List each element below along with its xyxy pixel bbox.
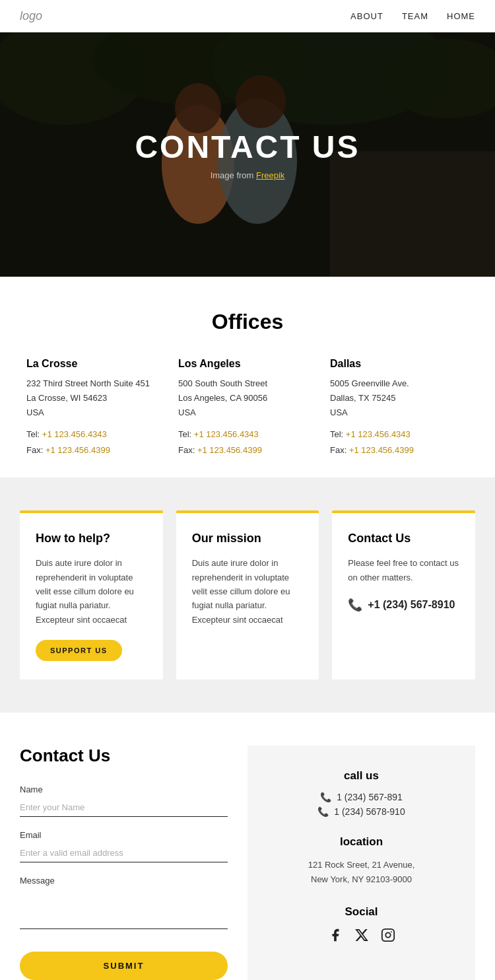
contact-form-title: Contact Us bbox=[20, 746, 228, 766]
nav-links: ABOUT TEAM HOME bbox=[350, 11, 475, 21]
hero-subtitle: Image from Freepik bbox=[135, 170, 360, 180]
instagram-icon[interactable] bbox=[381, 928, 395, 946]
phone-1: 1 (234) 567-891 bbox=[337, 792, 403, 802]
facebook-icon[interactable] bbox=[328, 928, 343, 946]
phone-icon-1: 📞 bbox=[320, 792, 331, 802]
phone-row-2: 📞 1 (234) 5678-910 bbox=[266, 806, 457, 817]
office-contact: Tel: +1 123.456.4343 Fax: +1 123.456.439… bbox=[178, 427, 317, 458]
office-losangeles: Los Angeles 500 South South StreetLos An… bbox=[178, 358, 317, 458]
card-our-mission: Our mission Duis aute irure dolor in rep… bbox=[176, 510, 319, 680]
phone-2: 1 (234) 5678-910 bbox=[334, 806, 405, 817]
card-title: How to help? bbox=[36, 532, 147, 545]
office-fax[interactable]: +1 123.456.4399 bbox=[197, 445, 262, 455]
twitter-x-icon[interactable] bbox=[354, 928, 369, 946]
call-us-title: call us bbox=[266, 769, 457, 783]
message-label: Message bbox=[20, 876, 228, 886]
office-tel[interactable]: +1 123.456.4343 bbox=[346, 429, 411, 439]
card-text: Duis aute irure dolor in reprehenderit i… bbox=[192, 556, 304, 627]
office-dallas: Dallas 5005 Greenville Ave.Dallas, TX 75… bbox=[330, 358, 469, 458]
cards-section: How to help? Duis aute irure dolor in re… bbox=[0, 477, 495, 713]
card-contact-us: Contact Us Please feel free to contact u… bbox=[332, 510, 475, 680]
logo: logo bbox=[20, 9, 42, 23]
phone-row-1: 📞 1 (234) 567-891 bbox=[266, 792, 457, 802]
svg-point-12 bbox=[385, 933, 390, 938]
social-block: Social bbox=[266, 905, 457, 946]
offices-grid: La Crosse 232 Third Street North Suite 4… bbox=[26, 358, 469, 458]
call-us-block: call us 📞 1 (234) 567-891 📞 1 (234) 5678… bbox=[266, 769, 457, 817]
nav-link-team[interactable]: TEAM bbox=[402, 11, 428, 21]
phone-icon: 📞 bbox=[348, 598, 362, 612]
location-address: 121 Rock Sreet, 21 Avenue,New York, NY 9… bbox=[266, 858, 457, 887]
support-us-button[interactable]: SUPPORT US bbox=[36, 640, 122, 661]
location-block: location 121 Rock Sreet, 21 Avenue,New Y… bbox=[266, 835, 457, 887]
office-tel[interactable]: +1 123.456.4343 bbox=[194, 429, 259, 439]
office-fax[interactable]: +1 123.456.4399 bbox=[46, 445, 110, 455]
name-field-group: Name bbox=[20, 785, 228, 817]
location-title: location bbox=[266, 835, 457, 849]
office-city: La Crosse bbox=[26, 358, 165, 370]
contact-info-col: call us 📞 1 (234) 567-891 📞 1 (234) 5678… bbox=[248, 746, 475, 980]
card-phone: 📞 +1 (234) 567-8910 bbox=[348, 598, 459, 612]
card-text: Please feel free to contact us on other … bbox=[348, 556, 459, 584]
office-tel[interactable]: +1 123.456.4343 bbox=[42, 429, 107, 439]
freepik-link[interactable]: Freepik bbox=[256, 170, 284, 180]
card-title: Our mission bbox=[192, 532, 304, 545]
name-label: Name bbox=[20, 785, 228, 794]
office-lacrosse: La Crosse 232 Third Street North Suite 4… bbox=[26, 358, 165, 458]
office-address: 500 South South StreetLos Angeles, CA 90… bbox=[178, 376, 317, 420]
hero-title: CONTACT US bbox=[135, 129, 360, 165]
office-address: 5005 Greenville Ave.Dallas, TX 75245USA bbox=[330, 376, 469, 420]
office-city: Los Angeles bbox=[178, 358, 317, 370]
email-field-group: Email bbox=[20, 830, 228, 862]
social-title: Social bbox=[266, 905, 457, 919]
social-icons-row bbox=[266, 928, 457, 946]
office-address: 232 Third Street North Suite 451La Cross… bbox=[26, 376, 165, 420]
message-field-group: Message bbox=[20, 876, 228, 932]
offices-section: Offices La Crosse 232 Third Street North… bbox=[0, 277, 495, 477]
submit-button[interactable]: SUBMIT bbox=[20, 952, 228, 980]
email-label: Email bbox=[20, 830, 228, 840]
nav-link-home[interactable]: HOME bbox=[447, 11, 475, 21]
phone-icon-2: 📞 bbox=[317, 806, 329, 817]
office-contact: Tel: +1 123.456.4343 Fax: +1 123.456.439… bbox=[26, 427, 165, 458]
card-title: Contact Us bbox=[348, 532, 459, 545]
contact-form-col: Contact Us Name Email Message SUBMIT bbox=[20, 746, 248, 980]
office-city: Dallas bbox=[330, 358, 469, 370]
email-input[interactable] bbox=[20, 844, 228, 862]
card-phone-number: +1 (234) 567-8910 bbox=[368, 599, 455, 611]
office-fax[interactable]: +1 123.456.4399 bbox=[349, 445, 414, 455]
card-text: Duis aute irure dolor in reprehenderit i… bbox=[36, 556, 147, 627]
name-input[interactable] bbox=[20, 798, 228, 817]
contact-section: Contact Us Name Email Message SUBMIT cal… bbox=[0, 713, 495, 980]
hero-section: CONTACT US Image from Freepik bbox=[0, 32, 495, 277]
message-input[interactable] bbox=[20, 890, 228, 929]
nav-link-about[interactable]: ABOUT bbox=[350, 11, 383, 21]
navbar: logo ABOUT TEAM HOME bbox=[0, 0, 495, 32]
office-contact: Tel: +1 123.456.4343 Fax: +1 123.456.439… bbox=[330, 427, 469, 458]
offices-title: Offices bbox=[26, 310, 469, 334]
svg-rect-11 bbox=[381, 929, 393, 941]
hero-content: CONTACT US Image from Freepik bbox=[135, 129, 360, 180]
card-how-to-help: How to help? Duis aute irure dolor in re… bbox=[20, 510, 163, 680]
svg-point-13 bbox=[391, 931, 392, 932]
cards-grid: How to help? Duis aute irure dolor in re… bbox=[20, 510, 475, 680]
